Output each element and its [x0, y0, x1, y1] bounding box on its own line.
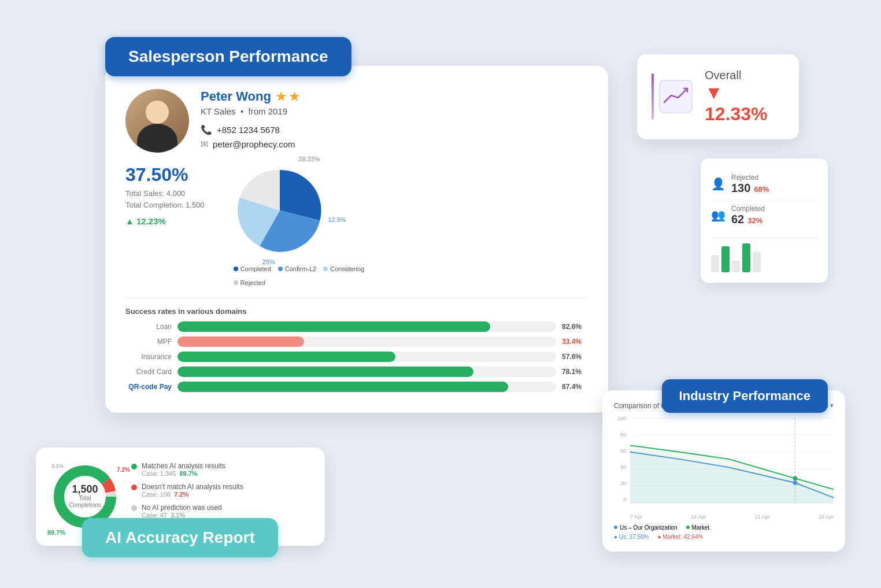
overall-label: Overall	[705, 69, 784, 82]
chart-icon-with-bar	[652, 73, 693, 120]
bar-value: 87.4%	[562, 383, 588, 391]
overall-value: ▼ 12.33%	[705, 82, 784, 125]
chart-bar-decoration	[652, 73, 654, 120]
domain-label: Loan	[125, 323, 172, 331]
bar-fill	[177, 352, 395, 362]
line-chart-area: 100 80 60 40 20 0	[614, 416, 834, 520]
industry-chart-card: Comparison of Conversion Rates April 202…	[602, 390, 845, 552]
x-axis: 7 Apr 14 Apr 21 Apr 28 Apr	[630, 514, 834, 520]
ai-accuracy-badge: AI Accuracy Report	[82, 518, 278, 557]
bar-fill-pink	[177, 336, 304, 347]
email-icon: ✉	[201, 139, 208, 150]
industry-performance-badge: Industry Performance	[662, 379, 828, 413]
industry-badge-label: Industry Performance	[679, 389, 810, 403]
overall-card: Overall ▼ 12.33%	[637, 54, 799, 139]
svg-point-13	[793, 476, 798, 480]
completed-pct: 32%	[747, 216, 762, 225]
stars: ★ ★	[276, 90, 300, 103]
completed-numbers: 62 32%	[731, 213, 765, 226]
email-row: ✉ peter@prophecy.com	[201, 139, 588, 150]
donut-pct-red: 7.2%	[117, 467, 130, 473]
ai-legend-item-match: Matches AI analysis results Case: 1,345 …	[131, 462, 310, 477]
rejected-row: 👤 Rejected 130 68%	[711, 169, 817, 199]
salesperson-badge-label: Salesperson Performance	[128, 47, 328, 65]
bar-track	[177, 367, 556, 377]
y-axis: 100 80 60 40 20 0	[614, 416, 628, 502]
market-legend: Market	[686, 524, 710, 531]
bar-track	[177, 321, 556, 332]
chart-area: 37.50% Total Sales: 4,000 Total Completi…	[125, 164, 588, 286]
salesperson-performance-badge: Salesperson Performance	[105, 37, 351, 76]
donut-pct-green: 89.7%	[47, 529, 65, 536]
market-dot	[686, 526, 690, 529]
growth-indicator: ▲ 12.23%	[125, 216, 205, 226]
bar-fill	[177, 321, 490, 332]
pie-label-28: 28.32%	[298, 156, 320, 162]
donut-label: TotalCompletions	[69, 495, 101, 509]
legend-rejected: Rejected	[234, 279, 265, 286]
profile-sub: KT Sales • from 2019	[201, 106, 588, 116]
domain-label-highlight: QR-code Pay	[125, 383, 172, 391]
avatar	[125, 89, 189, 153]
donut-center: 1,500 TotalCompletions	[69, 484, 101, 509]
ai-dot-green	[131, 464, 137, 469]
bar-track	[177, 336, 556, 347]
rejected-info: Rejected 130 68%	[731, 173, 769, 195]
chart-legend: Us – Our Organization Market	[614, 524, 834, 531]
trend-icon	[658, 79, 693, 114]
ai-item-text-nomatch: Doesn't match AI analysis results Case: …	[142, 483, 243, 498]
bar-track	[177, 382, 556, 392]
main-scene: Salesperson Performance Peter Wong ★ ★ K…	[36, 20, 845, 569]
ai-legend-item-nomatch: Doesn't match AI analysis results Case: …	[131, 483, 310, 498]
line-chart-svg	[630, 416, 834, 505]
bar-fill	[177, 367, 473, 377]
sales-percent: 37.50%	[125, 164, 205, 186]
legend-completed: Completed	[234, 265, 271, 272]
completed-count: 62	[731, 213, 744, 226]
domain-row-mpf: MPF 33.4%	[125, 336, 588, 347]
completed-info: Completed 62 32%	[731, 205, 765, 226]
profile-contacts: 📞 +852 1234 5678 ✉ peter@prophecy.com	[201, 124, 588, 150]
svg-point-14	[793, 480, 798, 485]
rejected-numbers: 130 68%	[731, 182, 769, 195]
rejected-pct: 68%	[754, 185, 769, 194]
chart-values: ● Us: 37.50% ● Market: 42.64%	[614, 534, 834, 540]
completed-row: 👥 Completed 62 32%	[711, 199, 817, 231]
legend-considering: Considering	[323, 265, 364, 272]
completed-label: Completed	[731, 205, 765, 213]
us-dot	[614, 526, 617, 529]
sales-total: Total Sales: 4,000 Total Completion: 1,5…	[125, 188, 205, 212]
pie-label-25: 25%	[262, 258, 297, 265]
phone-icon: 📞	[201, 124, 212, 135]
salesperson-card: Peter Wong ★ ★ KT Sales • from 2019 📞 +8…	[105, 66, 608, 413]
overall-text: Overall ▼ 12.33%	[705, 69, 784, 125]
ai-item-text-noai: No AI prediction was used Case: 47 3.1%	[142, 504, 222, 519]
ai-legend-item-noai: No AI prediction was used Case: 47 3.1%	[131, 504, 310, 519]
domain-row-insurance: Insurance 57.6%	[125, 352, 588, 362]
rejected-count: 130	[731, 182, 750, 195]
pie-chart: 28.32% 12.5% 25%	[234, 164, 326, 257]
stats-card: 👤 Rejected 130 68% 👥 Completed 62 32%	[701, 158, 828, 283]
profile-section: Peter Wong ★ ★ KT Sales • from 2019 📞 +8…	[125, 89, 588, 153]
domain-row-qr: QR-code Pay 87.4%	[125, 382, 588, 392]
us-org-legend: Us – Our Organization	[614, 524, 678, 531]
bar-fill	[177, 382, 508, 392]
phone-row: 📞 +852 1234 5678	[201, 124, 588, 135]
pie-legend: Completed Confirm-L2 Considering Rejecte…	[234, 265, 395, 286]
ai-dot-red	[131, 485, 137, 490]
profile-info: Peter Wong ★ ★ KT Sales • from 2019 📞 +8…	[201, 89, 588, 150]
completed-icon: 👥	[711, 208, 725, 222]
rejected-icon: 👤	[711, 177, 725, 191]
legend-confirm-l2: Confirm-L2	[278, 265, 316, 272]
domain-label: Credit Card	[125, 368, 172, 376]
donut-count: 1,500	[69, 484, 101, 495]
ai-item-text-match: Matches AI analysis results Case: 1,345 …	[142, 462, 225, 477]
mini-bar-chart	[711, 238, 817, 272]
profile-name: Peter Wong ★ ★	[201, 89, 588, 104]
bar-value: 82.6%	[562, 323, 588, 331]
success-title: Success rates in various domains	[125, 307, 588, 316]
success-rates: Success rates in various domains Loan 82…	[125, 298, 588, 392]
domain-label: Insurance	[125, 353, 172, 361]
domain-label: MPF	[125, 338, 172, 346]
bar-value: 78.1%	[562, 368, 588, 376]
